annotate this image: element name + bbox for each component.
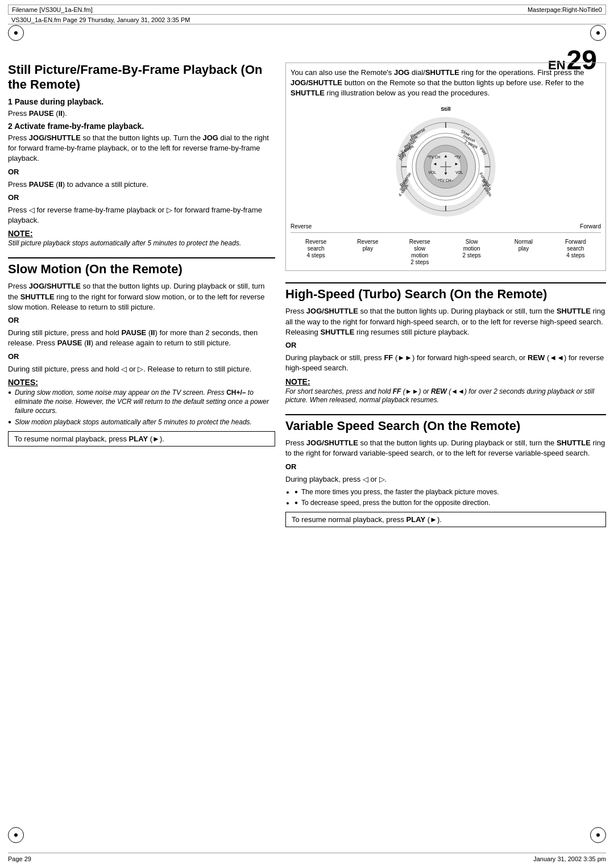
high-speed-body2: During playback or still, press FF (►►) … xyxy=(285,353,606,373)
variable-speed-title: Variable Speed Search (On the Remote) xyxy=(285,419,606,433)
divider-1 xyxy=(8,257,275,258)
slow-notes-block: NOTES: During slow motion, some noise ma… xyxy=(8,378,275,427)
svg-text:▼: ▼ xyxy=(443,170,448,176)
still-note-text: Still picture playback stops automatical… xyxy=(8,239,275,248)
or-2: OR xyxy=(8,193,275,203)
var-resume-box: To resume normal playback, press PLAY (►… xyxy=(285,512,606,527)
still-note-block: NOTE: Still picture playback stops autom… xyxy=(8,229,275,248)
diagram-box: You can also use the Remote's JOG dial/S… xyxy=(285,62,606,271)
var-resume-text: To resume normal playback, press PLAY (►… xyxy=(292,515,442,524)
variable-speed-section: Variable Speed Search (On the Remote) Pr… xyxy=(285,408,606,528)
masterpage-label: Masterpage:Right-NoTitle0 xyxy=(528,6,602,13)
footer-right: January 31, 2002 3:35 pm xyxy=(533,856,606,862)
diagram-divider xyxy=(291,232,601,233)
hs-note-text: For short searches, press and hold FF (►… xyxy=(285,387,606,405)
svg-text:◄: ◄ xyxy=(433,161,437,166)
diag-label-4: Normalplay xyxy=(498,239,549,252)
step2-or1: Press PAUSE (II) to advance a still pict… xyxy=(8,180,275,190)
footer: Page 29 January 31, 2002 3:35 pm xyxy=(8,853,606,862)
slow-or1: OR xyxy=(8,315,275,326)
var-body1: Press JOG/SHUTTLE so that the button lig… xyxy=(285,438,606,458)
diagram-bottom-labels: Reversesearch4 steps Reverseplay Reverse… xyxy=(291,239,601,266)
high-speed-body1: Press JOG/SHUTTLE so that the button lig… xyxy=(285,306,606,337)
slow-or2: OR xyxy=(8,352,275,362)
var-bullet-1: The more times you press, the faster the… xyxy=(294,487,606,496)
step2-or2: Press ◁ for reverse frame-by-frame playb… xyxy=(8,205,275,226)
slow-body2: During still picture, press and hold PAU… xyxy=(8,328,275,348)
subheader-bar: VS30U_1a-EN.fm Page 29 Thursday, January… xyxy=(8,16,606,24)
high-speed-section: High-Speed (Turbo) Search (On the Remote… xyxy=(285,277,606,408)
shuttle-svg: Still xyxy=(366,105,525,218)
svg-text:►: ► xyxy=(454,161,459,166)
diagram-intro: You can also use the Remote's JOG dial/S… xyxy=(291,68,601,99)
diag-label-3: Slowmotion2 steps xyxy=(446,239,497,259)
still-note-title: NOTE: xyxy=(8,229,275,238)
step2-body: Press JOG/SHUTTLE so that the button lig… xyxy=(8,133,275,164)
slow-resume-text: To resume normal playback, press PLAY (►… xyxy=(14,435,164,443)
step1-body: Press PAUSE (II). xyxy=(8,108,275,119)
reverse-label: Reverse xyxy=(291,223,312,231)
var-or1: OR xyxy=(285,462,606,472)
slow-motion-section: Slow Motion (On the Remote) Press JOG/SH… xyxy=(8,262,275,446)
high-speed-title: High-Speed (Turbo) Search (On the Remote… xyxy=(285,287,606,302)
svg-text:VOL: VOL xyxy=(429,170,437,174)
divider-3 xyxy=(285,414,606,415)
step1-title: 1 Pause during playback. xyxy=(8,97,275,106)
svg-text:*TV CH: *TV CH xyxy=(428,155,441,159)
slow-notes-title: NOTES: xyxy=(8,378,275,387)
svg-text:VOL: VOL xyxy=(455,170,463,174)
subheader-text: VS30U_1a-EN.fm Page 29 Thursday, January… xyxy=(11,16,190,23)
slow-notes-list: During slow motion, some noise may appea… xyxy=(8,388,275,427)
slow-body1: Press JOG/SHUTTLE so that the button lig… xyxy=(8,281,275,312)
slow-resume-box: To resume normal playback, press PLAY (►… xyxy=(8,431,275,446)
filename-label: Filename [VS30U_1a-EN.fm] xyxy=(12,6,93,13)
footer-left: Page 29 xyxy=(8,856,31,862)
var-bullets: The more times you press, the faster the… xyxy=(285,487,606,507)
diag-label-0: Reversesearch4 steps xyxy=(291,239,341,259)
or-1: OR xyxy=(8,167,275,177)
still-picture-title: Still Picture/Frame-By-Frame Playback (O… xyxy=(8,62,275,93)
diagram-container: Still xyxy=(291,102,601,266)
hs-note-title: NOTE: xyxy=(285,377,606,386)
slow-note-1: During slow motion, some noise may appea… xyxy=(8,388,275,416)
svg-text:▲: ▲ xyxy=(443,153,448,158)
step2-title: 2 Activate frame-by-frame playback. xyxy=(8,122,275,131)
slow-motion-title: Slow Motion (On the Remote) xyxy=(8,262,275,277)
right-column: You can also use the Remote's JOG dial/S… xyxy=(285,62,606,834)
diagram-side-labels: Reverse Forward xyxy=(291,223,601,231)
hs-note-block: NOTE: For short searches, press and hold… xyxy=(285,377,606,405)
svg-text:*TV CH -: *TV CH - xyxy=(438,178,454,182)
diag-label-1: Reverseplay xyxy=(342,239,393,252)
still-picture-section: Still Picture/Frame-By-Frame Playback (O… xyxy=(8,62,275,252)
slow-note-2: Slow motion playback stops automatically… xyxy=(8,418,275,427)
content-area: Still Picture/Frame-By-Frame Playback (O… xyxy=(8,62,606,834)
hs-or1: OR xyxy=(285,340,606,350)
diag-label-5: Forwardsearch4 steps xyxy=(550,239,601,259)
diag-label-2: Reverseslowmotion2 steps xyxy=(395,239,445,266)
svg-text:Still: Still xyxy=(441,106,450,112)
var-body2: During playback, press ◁ or ▷. xyxy=(285,474,606,485)
header-bar: Filename [VS30U_1a-EN.fm] Masterpage:Rig… xyxy=(8,5,606,15)
divider-2 xyxy=(285,282,606,283)
svg-text:*TV: *TV xyxy=(454,155,461,159)
slow-body3: During still picture, press and hold ◁ o… xyxy=(8,364,275,374)
reg-mark-tl xyxy=(8,25,24,41)
reg-mark-tr xyxy=(590,25,606,41)
var-bullet-2: To decrease speed, press the button for … xyxy=(294,498,606,507)
forward-label: Forward xyxy=(580,223,601,231)
left-column: Still Picture/Frame-By-Frame Playback (O… xyxy=(8,62,275,834)
